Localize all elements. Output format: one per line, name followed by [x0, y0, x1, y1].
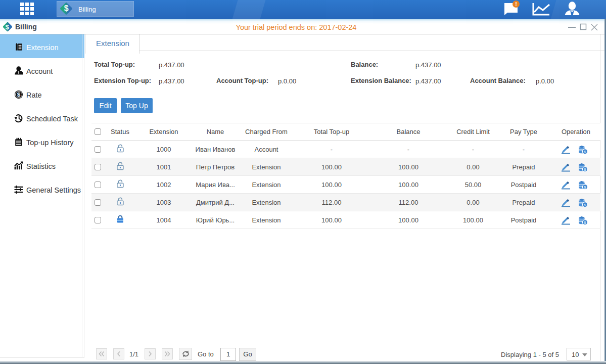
svg-text:$: $: [584, 220, 586, 224]
svg-text:$: $: [17, 92, 21, 98]
svg-text:$: $: [584, 185, 586, 189]
svg-text:$: $: [584, 167, 586, 171]
svg-text:$: $: [584, 202, 586, 207]
svg-text:$: $: [584, 149, 586, 154]
svg-text:!: !: [515, 1, 517, 7]
